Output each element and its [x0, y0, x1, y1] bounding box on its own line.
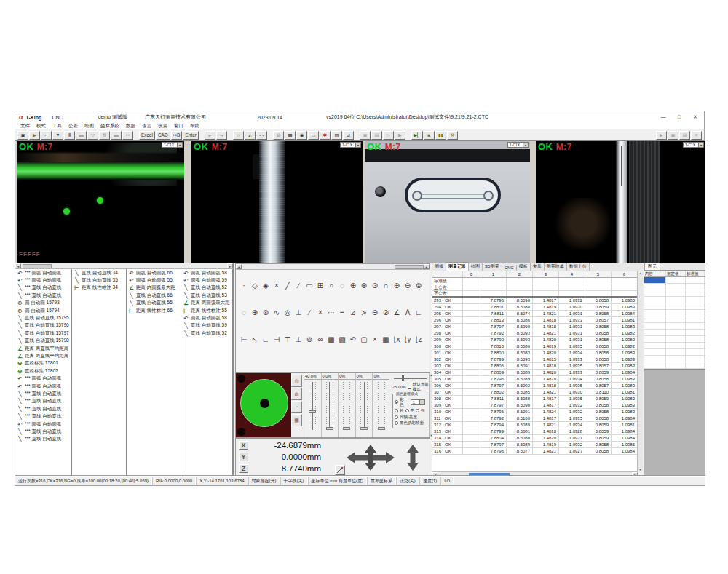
measure-tool-icon[interactable]: ▦ [327, 335, 336, 343]
menu-item[interactable]: 设置 [158, 123, 167, 129]
scroll-left-icon[interactable]: ◂ [236, 264, 242, 269]
measure-list-item[interactable]: ╲*** 直线 自动直线 [15, 428, 71, 435]
measure-list-item[interactable]: ╲*** 直线 自动直线 [15, 398, 71, 405]
slider-thumb[interactable] [326, 427, 333, 430]
dither-button[interactable]: ▨ [331, 131, 342, 140]
measure-tool-icon[interactable]: ○ [327, 282, 336, 290]
pause-button[interactable]: ▮▮ [435, 131, 446, 140]
elements-row[interactable] [644, 349, 705, 356]
table-row[interactable]: 297OK7.87978.50901.48181.09310.80581.098… [432, 324, 638, 330]
probe-button[interactable]: ⌐ [41, 131, 52, 140]
camera-view-1[interactable]: FFFFF OK M:7 1-C1X ▾ [17, 141, 184, 263]
color-radio[interactable] [395, 400, 398, 404]
measure-list-item[interactable]: ∠距离 两直线平均距离 [15, 345, 71, 352]
measure-list-item[interactable]: ⊕圆 自动圆 15794 [15, 307, 71, 314]
camera2-selector[interactable]: 1-C1X ▾ [340, 142, 361, 148]
measure-tool-icon[interactable]: ⌊z [414, 335, 423, 343]
measure-tool-icon[interactable]: ⊕ [392, 282, 401, 290]
image-button[interactable]: ◭ [245, 131, 256, 140]
measure-tool-icon[interactable]: ≡ [338, 308, 347, 316]
elements-row[interactable] [644, 330, 705, 336]
measure-tool-icon[interactable]: ▦ [381, 335, 390, 343]
tab-active[interactable]: 测量记录 [446, 262, 469, 271]
measure-list-item[interactable]: ╲直线 自动直线 53 [181, 292, 232, 299]
elements-row[interactable] [644, 356, 705, 362]
table-row[interactable]: 306OK7.87978.50921.48181.09350.80571.098… [432, 383, 638, 389]
measure-tool-icon[interactable]: ⊕ [349, 282, 357, 290]
camera-view-3-active[interactable]: OK M:7 1-C1X ▾ [365, 141, 530, 263]
light-channel-slider[interactable]: 0% [338, 373, 355, 437]
ring-light-indicator[interactable] [236, 373, 291, 437]
table-row[interactable]: 300OK7.88108.50861.48191.09350.80581.098… [432, 343, 638, 350]
measure-tool-icon[interactable]: ◇ [250, 282, 259, 290]
level-radio[interactable] [405, 409, 409, 412]
chevron-down-icon[interactable]: ▾ [355, 143, 360, 147]
measure-list-item[interactable]: ↶圆弧 自动圆弧 59 [181, 276, 232, 284]
color-channel-select[interactable]: 1 ▾ [411, 399, 425, 405]
table-row[interactable]: 314OK7.88048.50881.48201.09310.80591.098… [432, 435, 638, 442]
chevron-down-icon[interactable]: ▾ [523, 143, 528, 147]
tab-item[interactable]: 测项 [432, 263, 446, 271]
star-button[interactable]: ✱ [320, 131, 331, 140]
measure-list-item[interactable]: ∠距离 两直线平均距离 [15, 352, 71, 359]
measure-tool-icon[interactable]: ⊤ [283, 335, 292, 343]
tab-elements[interactable]: 图元 [644, 263, 660, 270]
tab-item[interactable]: 测量映单 [545, 263, 567, 271]
tool-button[interactable]: ⚒ [447, 131, 458, 140]
measure-tool-icon[interactable]: ⊛ [261, 308, 270, 316]
shield-button[interactable]: ▼ [52, 131, 63, 140]
menu-item[interactable]: 文件 [20, 123, 30, 129]
measure-list-item[interactable]: ↶*** 圆弧 自动圆弧 [15, 269, 71, 276]
table-row[interactable]: 308OK7.88118.50881.48171.09350.80591.098… [432, 396, 638, 402]
menu-item[interactable]: 窗口 [174, 123, 183, 129]
measure-list-item[interactable]: ╲直线 自动直线 55 [127, 300, 181, 307]
chevron-down-icon[interactable]: ▾ [698, 143, 703, 147]
save-button[interactable]: ▣ [17, 131, 28, 140]
measure-tool-icon[interactable]: ⊞ [316, 282, 325, 290]
measure-tool-icon[interactable]: ⊣ [272, 335, 281, 343]
maximize-button[interactable]: □ [675, 114, 684, 120]
measure-list-item[interactable]: ∠距离 内圆弧最大距 [127, 284, 181, 292]
menu-item[interactable]: 语言 [142, 123, 151, 129]
table-row[interactable]: 310OK7.87968.50911.48241.09320.80581.098… [432, 409, 638, 415]
measure-tool-icon[interactable]: ∩ [381, 282, 390, 290]
table-vertical-scrollbar[interactable]: ▲ ▼ [637, 271, 643, 471]
measure-tool-icon[interactable]: ▢ [360, 335, 368, 343]
tab-item[interactable]: 夹具 [531, 263, 545, 271]
blank-button[interactable]: ▭ [308, 131, 319, 140]
measure-tool-icon[interactable]: ↶ [349, 335, 357, 343]
measure-list-item[interactable]: ↶圆弧 自动圆弧 66 [127, 269, 181, 276]
elements-row[interactable] [644, 336, 705, 343]
light-mode-icon[interactable]: ▦ [291, 414, 302, 426]
dash-button[interactable]: - - [256, 131, 267, 140]
measure-tool-icon[interactable]: ∕ [305, 308, 314, 316]
measure-list-item[interactable]: ╲直线 自动直线 52 [181, 330, 232, 337]
master-brightness-slider[interactable] [394, 375, 427, 381]
measure-list-item[interactable]: ↶圆弧 自动圆弧 55 [127, 276, 181, 284]
enter-button[interactable]: Enter [183, 131, 199, 140]
measure-list-item[interactable]: ↶圆弧 自动圆弧 58 [181, 314, 232, 322]
table-row[interactable]: 294OK7.88018.50801.48191.09300.80591.098… [432, 304, 638, 311]
menu-item[interactable]: 帮助 [190, 123, 199, 129]
measure-tool-icon[interactable]: ⊕ [250, 308, 259, 316]
table-row[interactable]: 295OK7.88118.50741.48211.09310.80581.098… [432, 311, 638, 317]
camera-view-2[interactable]: OK M:7 1-C1X ▾ [191, 141, 363, 263]
table-row[interactable]: 301OK7.88008.50831.48201.09340.80581.098… [432, 350, 638, 356]
measure-tool-icon[interactable]: ╱ [283, 282, 292, 290]
measure-tool-icon[interactable]: ⋯ [327, 308, 336, 316]
table-row[interactable]: 309OK7.87978.50901.48171.09320.80581.098… [432, 402, 638, 409]
table-row[interactable]: 293OK7.87968.50901.48171.09320.80581.098… [432, 298, 638, 304]
minimize-button[interactable]: — [659, 114, 668, 120]
tab-item[interactable]: CNC [502, 265, 517, 271]
measure-tool-icon[interactable]: ∟ [414, 308, 423, 316]
camera-view-4[interactable]: OK M:7 1-C1X ▾ [536, 141, 705, 263]
table-row[interactable]: 303OK7.88068.50911.48181.09350.80571.098… [432, 363, 638, 370]
measure-tool-icon[interactable]: ⊢ [240, 335, 248, 343]
scrollbar-thumb[interactable] [23, 264, 52, 268]
scroll-right-icon[interactable]: ▸ [227, 263, 233, 268]
measure-list-item[interactable]: ⊕圆 自动圆 15793 [15, 300, 71, 307]
measure-tool-icon[interactable]: ▭ [305, 282, 314, 290]
menu-item[interactable]: 模式 [36, 123, 46, 129]
measure-tool-icon[interactable]: ≻ [360, 308, 368, 316]
xy-jog-arrows-icon[interactable] [347, 445, 395, 471]
